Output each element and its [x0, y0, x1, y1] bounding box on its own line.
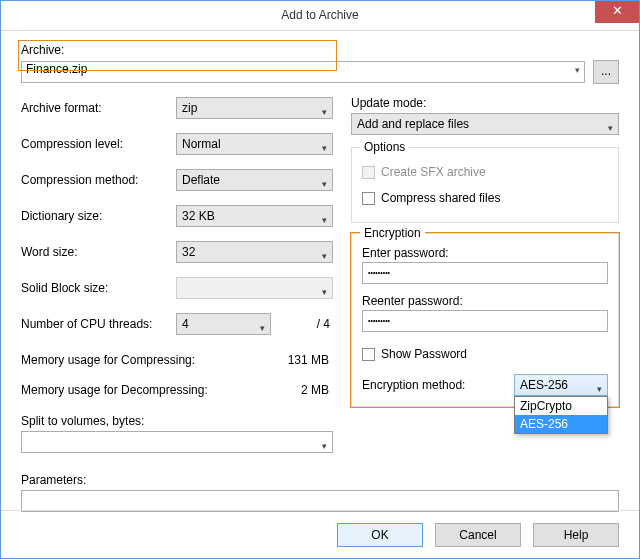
group-options: Options Create SFX archive Compress shar… [351, 147, 619, 223]
browse-button[interactable]: ... [593, 60, 619, 84]
label-solid-block-size: Solid Block size: [21, 281, 176, 295]
ok-button[interactable]: OK [337, 523, 423, 547]
row-cpu-threads: Number of CPU threads: 4 ▾ / 4 [21, 312, 333, 336]
dropdown-encryption-method[interactable]: ZipCrypto AES-256 [514, 396, 608, 434]
label-encryption-method: Encryption method: [362, 378, 514, 392]
checkbox-sfx-label: Create SFX archive [381, 165, 486, 179]
row-mem-decompress: Memory usage for Decompressing: 2 MB [21, 378, 333, 402]
combo-archive-format[interactable]: zip ▾ [176, 97, 333, 119]
checkbox-show-password-label: Show Password [381, 347, 467, 361]
chevron-down-icon: ▾ [575, 65, 580, 75]
archive-row: Finance.zip ▾ ... [21, 60, 619, 84]
dialog-body: Archive: Finance.zip ▾ ... Archive forma… [21, 43, 619, 508]
label-mem-compress: Memory usage for Compressing: [21, 353, 288, 367]
label-enter-password: Enter password: [362, 246, 608, 260]
dialog-window: Add to Archive ✕ Archive: Finance.zip ▾ … [0, 0, 640, 559]
checkbox-show-password[interactable]: Show Password [362, 344, 608, 364]
combo-word-size-value: 32 [182, 245, 195, 259]
combo-split-volumes[interactable]: ▾ [21, 431, 333, 453]
label-mem-decompress: Memory usage for Decompressing: [21, 383, 301, 397]
close-button[interactable]: ✕ [595, 1, 639, 23]
archive-path-value: Finance.zip [26, 62, 87, 76]
combo-compression-level-value: Normal [182, 137, 221, 151]
combo-compression-method[interactable]: Deflate ▾ [176, 169, 333, 191]
chevron-down-icon: ▾ [322, 436, 327, 456]
archive-path-combo[interactable]: Finance.zip ▾ [21, 61, 585, 83]
input-reenter-password[interactable]: ••••••••• [362, 310, 608, 332]
group-encryption-title: Encryption [360, 226, 425, 240]
label-split-volumes: Split to volumes, bytes: [21, 414, 333, 428]
combo-compression-method-value: Deflate [182, 173, 220, 187]
chevron-down-icon: ▾ [322, 210, 327, 230]
label-word-size: Word size: [21, 245, 176, 259]
value-mem-decompress: 2 MB [301, 383, 333, 397]
combo-dictionary-size[interactable]: 32 KB ▾ [176, 205, 333, 227]
checkbox-shared[interactable]: Compress shared files [362, 188, 608, 208]
combo-dictionary-size-value: 32 KB [182, 209, 215, 223]
close-icon: ✕ [612, 3, 623, 18]
label-dictionary-size: Dictionary size: [21, 209, 176, 223]
combo-word-size[interactable]: 32 ▾ [176, 241, 333, 263]
combo-update-mode-value: Add and replace files [357, 117, 469, 131]
chevron-down-icon: ▾ [322, 174, 327, 194]
input-enter-password[interactable]: ••••••••• [362, 262, 608, 284]
cpu-threads-total: / 4 [304, 317, 333, 331]
combo-cpu-threads-value: 4 [182, 317, 189, 331]
chevron-down-icon: ▾ [608, 118, 613, 138]
window-title: Add to Archive [281, 8, 358, 22]
chevron-down-icon: ▾ [322, 138, 327, 158]
checkbox-sfx: Create SFX archive [362, 162, 608, 182]
chevron-down-icon: ▾ [260, 318, 265, 338]
combo-solid-block-size: ▾ [176, 277, 333, 299]
row-solid-block-size: Solid Block size: ▾ [21, 276, 333, 300]
chevron-down-icon: ▾ [322, 102, 327, 122]
title-bar: Add to Archive ✕ [1, 1, 639, 31]
group-encryption: Encryption Enter password: ••••••••• Ree… [351, 233, 619, 407]
group-options-title: Options [360, 140, 409, 154]
checkbox-sfx-box [362, 166, 375, 179]
label-parameters: Parameters: [21, 473, 619, 487]
checkbox-shared-label: Compress shared files [381, 191, 500, 205]
label-cpu-threads: Number of CPU threads: [21, 317, 176, 331]
row-compression-method: Compression method: Deflate ▾ [21, 168, 333, 192]
input-parameters[interactable] [21, 490, 619, 512]
label-compression-method: Compression method: [21, 173, 176, 187]
dropdown-option-zipcrypto[interactable]: ZipCrypto [515, 397, 607, 415]
row-mem-compress: Memory usage for Compressing: 131 MB [21, 348, 333, 372]
combo-update-mode[interactable]: Add and replace files ▾ [351, 113, 619, 135]
chevron-down-icon: ▾ [322, 282, 327, 302]
cancel-button[interactable]: Cancel [435, 523, 521, 547]
combo-encryption-method-value: AES-256 [520, 378, 568, 392]
columns: Archive format: zip ▾ Compression level:… [21, 96, 619, 463]
row-compression-level: Compression level: Normal ▾ [21, 132, 333, 156]
archive-label: Archive: [21, 43, 619, 57]
chevron-down-icon: ▾ [322, 246, 327, 266]
dialog-footer: OK Cancel Help [1, 510, 639, 558]
label-compression-level: Compression level: [21, 137, 176, 151]
right-column: Update mode: Add and replace files ▾ Opt… [351, 96, 619, 463]
combo-encryption-method[interactable]: AES-256 ▾ ZipCrypto AES-256 [514, 374, 608, 396]
row-dictionary-size: Dictionary size: 32 KB ▾ [21, 204, 333, 228]
left-column: Archive format: zip ▾ Compression level:… [21, 96, 333, 463]
combo-archive-format-value: zip [182, 101, 197, 115]
combo-cpu-threads[interactable]: 4 ▾ [176, 313, 271, 335]
checkbox-shared-box[interactable] [362, 192, 375, 205]
label-archive-format: Archive format: [21, 101, 176, 115]
dropdown-option-aes256[interactable]: AES-256 [515, 415, 607, 433]
checkbox-show-password-box[interactable] [362, 348, 375, 361]
help-button[interactable]: Help [533, 523, 619, 547]
row-archive-format: Archive format: zip ▾ [21, 96, 333, 120]
value-mem-compress: 131 MB [288, 353, 333, 367]
row-encryption-method: Encryption method: AES-256 ▾ ZipCrypto A… [362, 374, 608, 396]
label-reenter-password: Reenter password: [362, 294, 608, 308]
label-update-mode: Update mode: [351, 96, 619, 110]
row-word-size: Word size: 32 ▾ [21, 240, 333, 264]
combo-compression-level[interactable]: Normal ▾ [176, 133, 333, 155]
